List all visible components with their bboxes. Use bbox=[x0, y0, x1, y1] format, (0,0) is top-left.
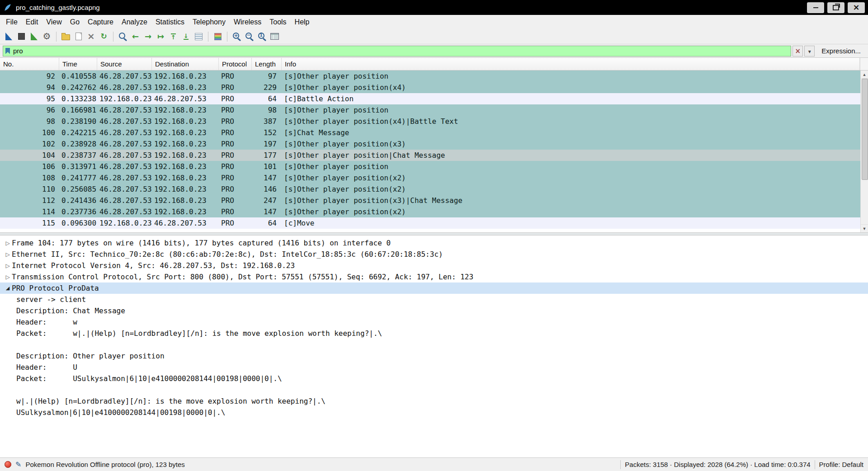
packet-no: 102 bbox=[0, 140, 59, 148]
find-packet-button[interactable] bbox=[117, 30, 129, 42]
menu-item[interactable]: Capture bbox=[84, 16, 118, 28]
packet-source: 46.28.207.53 bbox=[97, 207, 152, 216]
packet-row[interactable]: 92 0.410558 46.28.207.53 192.168.0.23 PR… bbox=[0, 71, 868, 82]
detail-line[interactable]: Header: w bbox=[0, 316, 868, 328]
detail-line[interactable] bbox=[0, 384, 868, 396]
clear-filter-button[interactable] bbox=[793, 46, 803, 57]
expression-button[interactable]: Expression... bbox=[821, 47, 861, 55]
go-to-top-button[interactable] bbox=[167, 30, 179, 42]
colorize-button[interactable] bbox=[212, 30, 224, 42]
detail-line[interactable]: Ethernet II, Src: Technico_70:2e:8c (80:… bbox=[0, 249, 868, 260]
zoom-100-button[interactable] bbox=[256, 30, 268, 42]
menu-item[interactable]: Go bbox=[66, 16, 84, 28]
capture-comment-icon[interactable] bbox=[15, 461, 21, 468]
packet-length: 152 bbox=[252, 128, 282, 137]
pane-splitter[interactable] bbox=[0, 232, 868, 236]
scroll-up-button[interactable]: ▲ bbox=[861, 71, 868, 79]
restart-capture-button[interactable] bbox=[28, 30, 40, 42]
detail-line[interactable] bbox=[0, 339, 868, 350]
go-back-button[interactable] bbox=[129, 30, 142, 42]
detail-line[interactable]: Frame 104: 177 bytes on wire (1416 bits)… bbox=[0, 237, 868, 249]
menu-item[interactable]: Tools bbox=[265, 16, 290, 28]
packet-row[interactable]: 98 0.238190 46.28.207.53 192.168.0.23 PR… bbox=[0, 116, 868, 127]
zoom-out-button[interactable] bbox=[243, 30, 255, 42]
close-file-button[interactable] bbox=[85, 30, 97, 42]
display-filter-input[interactable]: pro bbox=[3, 46, 791, 57]
expander-icon[interactable] bbox=[4, 263, 12, 269]
detail-line[interactable]: Description: Other player position bbox=[0, 350, 868, 362]
packet-row[interactable]: 110 0.256085 46.28.207.53 192.168.0.23 P… bbox=[0, 184, 868, 195]
detail-line[interactable]: Description: Chat Message bbox=[0, 305, 868, 316]
packet-row[interactable]: 106 0.313971 46.28.207.53 192.168.0.23 P… bbox=[0, 161, 868, 172]
vertical-scrollbar[interactable]: ▲ ▼ bbox=[860, 71, 868, 232]
detail-line[interactable]: w|.|(Help) [n=Lordbradley][/n]: is the m… bbox=[0, 396, 868, 407]
packet-row[interactable]: 94 0.242762 46.28.207.53 192.168.0.23 PR… bbox=[0, 82, 868, 93]
menu-item[interactable]: Statistics bbox=[151, 16, 189, 28]
restore-button[interactable] bbox=[827, 2, 844, 13]
column-header-no[interactable]: No. bbox=[0, 58, 59, 70]
packet-destination: 192.168.0.23 bbox=[152, 72, 219, 80]
packet-protocol: PRO bbox=[219, 207, 252, 216]
menu-item[interactable]: Edit bbox=[22, 16, 42, 28]
packet-row[interactable]: 102 0.238928 46.28.207.53 192.168.0.23 P… bbox=[0, 138, 868, 150]
packet-row[interactable]: 95 0.133238 192.168.0.23 46.28.207.53 PR… bbox=[0, 93, 868, 104]
packet-info: [s]Other player position(x2) bbox=[282, 174, 868, 182]
zoom-in-button[interactable] bbox=[231, 30, 243, 42]
go-to-packet-button[interactable] bbox=[155, 30, 167, 42]
menu-item[interactable]: File bbox=[2, 16, 22, 28]
expander-icon[interactable] bbox=[4, 274, 12, 280]
go-to-bottom-button[interactable] bbox=[180, 30, 192, 42]
packet-destination: 192.168.0.23 bbox=[152, 185, 219, 193]
save-file-button[interactable] bbox=[72, 30, 85, 42]
scrollbar-thumb[interactable] bbox=[862, 79, 868, 180]
expander-icon[interactable] bbox=[4, 251, 12, 258]
packet-protocol: PRO bbox=[219, 140, 252, 148]
packet-length: 229 bbox=[252, 83, 282, 92]
detail-line[interactable]: Header: U bbox=[0, 362, 868, 373]
menu-item[interactable]: Help bbox=[291, 16, 314, 28]
go-forward-button[interactable] bbox=[142, 30, 154, 42]
column-header-time[interactable]: Time bbox=[59, 58, 97, 70]
bookmark-icon[interactable] bbox=[5, 48, 10, 54]
detail-line[interactable]: Transmission Control Protocol, Src Port:… bbox=[0, 271, 868, 283]
auto-scroll-button[interactable] bbox=[193, 30, 205, 42]
column-header-destination[interactable]: Destination bbox=[152, 58, 219, 70]
open-file-button[interactable] bbox=[60, 30, 72, 42]
menu-item[interactable]: Wireless bbox=[230, 16, 265, 28]
expert-info-icon[interactable] bbox=[5, 461, 11, 468]
packet-row[interactable]: 115 0.096300 192.168.0.23 46.28.207.53 P… bbox=[0, 217, 868, 229]
status-separator bbox=[620, 460, 621, 469]
packet-row[interactable]: 114 0.237736 46.28.207.53 192.168.0.23 P… bbox=[0, 206, 868, 217]
close-button[interactable] bbox=[848, 2, 865, 13]
minimize-button[interactable] bbox=[807, 2, 824, 13]
stop-capture-button[interactable] bbox=[15, 30, 28, 42]
scroll-down-button[interactable]: ▼ bbox=[861, 224, 868, 232]
packet-row[interactable]: 96 0.166981 46.28.207.53 192.168.0.23 PR… bbox=[0, 104, 868, 116]
menu-item[interactable]: Telephony bbox=[189, 16, 230, 28]
column-header-source[interactable]: Source bbox=[97, 58, 152, 70]
detail-line[interactable]: Packet: w|.|(Help) [n=Lordbradley][/n]: … bbox=[0, 328, 868, 339]
expander-icon[interactable] bbox=[4, 285, 12, 291]
detail-line[interactable]: USulkysalmon|6|10|e4100000208144|00198|0… bbox=[0, 407, 868, 418]
column-header-info[interactable]: Info bbox=[282, 58, 860, 70]
status-profile[interactable]: Profile: Default bbox=[819, 461, 863, 468]
packet-protocol: PRO bbox=[219, 219, 252, 227]
reload-file-button[interactable] bbox=[98, 30, 110, 42]
filter-dropdown-button[interactable] bbox=[804, 46, 815, 57]
column-header-protocol[interactable]: Protocol bbox=[219, 58, 252, 70]
detail-line[interactable]: Internet Protocol Version 4, Src: 46.28.… bbox=[0, 260, 868, 271]
column-header-length[interactable]: Length bbox=[252, 58, 282, 70]
packet-row[interactable]: 100 0.242215 46.28.207.53 192.168.0.23 P… bbox=[0, 127, 868, 138]
packet-row[interactable]: 104 0.238737 46.28.207.53 192.168.0.23 P… bbox=[0, 150, 868, 161]
detail-line[interactable]: server -> client bbox=[0, 294, 868, 305]
packet-row[interactable]: 112 0.241436 46.28.207.53 192.168.0.23 P… bbox=[0, 195, 868, 206]
resize-columns-button[interactable] bbox=[269, 30, 281, 42]
packet-row[interactable]: 108 0.241777 46.28.207.53 192.168.0.23 P… bbox=[0, 172, 868, 184]
detail-line[interactable]: PRO Protocol ProData bbox=[0, 283, 868, 294]
menu-item[interactable]: Analyze bbox=[118, 16, 151, 28]
expander-icon[interactable] bbox=[4, 240, 12, 246]
capture-options-button[interactable] bbox=[41, 30, 53, 42]
detail-line[interactable]: Packet: USulkysalmon|6|10|e4100000208144… bbox=[0, 373, 868, 384]
menu-item[interactable]: View bbox=[42, 16, 66, 28]
start-capture-button[interactable] bbox=[3, 30, 15, 42]
